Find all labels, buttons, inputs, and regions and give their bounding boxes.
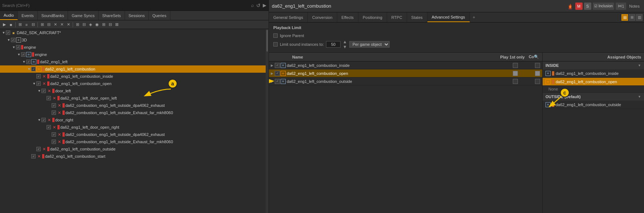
- toolbar-misc3-btn[interactable]: ◈: [88, 22, 93, 28]
- tree-item-engine-folder[interactable]: ▼ engine: [0, 44, 266, 51]
- tree-item-combustion[interactable]: ▼ ≋ da62_eng1_left_combustion: [0, 65, 266, 73]
- tree-check-exhaust-far2[interactable]: [52, 140, 56, 144]
- tab-soundbanks[interactable]: SoundBanks: [38, 11, 68, 20]
- blend-row-open[interactable]: ▶ ≋ da62_eng1_left_combustion_open: [269, 69, 542, 77]
- ignore-parent-checkbox[interactable]: [273, 33, 278, 38]
- blend-co-cb-outside[interactable]: [535, 79, 540, 84]
- toolbar-x2-btn[interactable]: ✕: [59, 22, 65, 28]
- tree-check-exhaust-far[interactable]: [52, 110, 56, 115]
- toolbar-misc7-btn[interactable]: ⊠: [114, 22, 120, 28]
- tab-audio[interactable]: Audio: [0, 11, 18, 20]
- toolbar-misc5-btn[interactable]: ⊞: [101, 22, 106, 28]
- tree-item-door-open-left[interactable]: ▼ ✕ da62_eng1_left_door_open_left: [0, 95, 266, 102]
- tree-item-door-right[interactable]: ▼ ✕ door_right: [0, 116, 266, 124]
- blend-co-cb-inside[interactable]: [535, 63, 540, 68]
- toolbar-x3-btn[interactable]: ✕: [65, 22, 71, 28]
- outside-section-header[interactable]: OUTSIDE (Default) ▼: [543, 93, 644, 101]
- tab-advanced-settings[interactable]: Advanced Settings: [427, 12, 470, 22]
- tree-item-door-open-right[interactable]: ▼ ✕ da62_eng1_left_door_open_right: [0, 124, 266, 131]
- view-btn3[interactable]: ▥: [636, 14, 643, 21]
- blend-check-inside[interactable]: [275, 63, 280, 68]
- tree-check-combustion[interactable]: [31, 67, 36, 71]
- tree-check-door-open-left[interactable]: [47, 96, 51, 100]
- search-input[interactable]: [2, 3, 249, 8]
- toolbar-list2-btn[interactable]: ⊟: [30, 22, 36, 28]
- tree-check-combustion-outside[interactable]: [36, 147, 41, 151]
- tree-item-dpa4062-exhaust2[interactable]: ▼ ✕ da62_combustion_eng1_left_outside_dp…: [0, 131, 266, 138]
- solo-button[interactable]: S: [584, 3, 591, 10]
- tree-check-door-open-right[interactable]: [47, 125, 51, 129]
- tree-item-exhaust-far2[interactable]: ▼ ✕ da62_combustion_eng1_left_outside_Ex…: [0, 138, 266, 145]
- tree-item-combustion-open[interactable]: ▼ ✕ da62_eng1_left_combustion_open: [0, 80, 266, 87]
- tab-conversion[interactable]: Conversion: [308, 12, 337, 22]
- blend-row-outside[interactable]: ▶ ✕ da62_eng1_left_combustion_outside: [269, 77, 542, 85]
- tree-check-combustion-inside[interactable]: [36, 74, 41, 79]
- tree-check-dpa4062-2[interactable]: [52, 132, 56, 137]
- tab-events[interactable]: Events: [18, 11, 38, 20]
- tree-item-combustion-start[interactable]: ▼ ✕ da62_eng1_left_combustion_start: [0, 153, 266, 160]
- tree-check-eng1-left[interactable]: [26, 60, 31, 64]
- blend-row-inside[interactable]: ▶ ✕ da62_eng1_left_combustion_inside: [269, 61, 542, 69]
- toolbar-misc2-btn[interactable]: ⊟: [81, 22, 87, 28]
- view-btn1[interactable]: ▤: [621, 14, 628, 21]
- toolbar-collapse-btn[interactable]: ⊟: [46, 22, 52, 28]
- tab-game-syncs[interactable]: Game Syncs: [68, 11, 98, 20]
- tab-queries[interactable]: Queries: [149, 11, 170, 20]
- inside-section-header[interactable]: INSIDE ▼: [543, 61, 644, 69]
- tree-item-dpa4062-exhaust[interactable]: ▼ ✕ da62_combustion_eng1_left_outside_dp…: [0, 102, 266, 109]
- blend-expand-outside[interactable]: ▶: [269, 80, 275, 83]
- toolbar-misc1-btn[interactable]: ⊞: [75, 22, 80, 28]
- tree-check-combustion-start[interactable]: [31, 154, 36, 158]
- inclusion-button[interactable]: ☑ Inclusion: [593, 3, 614, 10]
- expand-icon[interactable]: ▶: [263, 3, 266, 8]
- tab-sharesets[interactable]: ShareSets: [98, 11, 125, 20]
- tree-item-eng1-left[interactable]: ▼ ≋ da62_eng1_left: [0, 58, 266, 65]
- assigned-item-outside[interactable]: ✕ da62_eng1_left_combustion_outside: [543, 101, 644, 109]
- tab-states[interactable]: States: [407, 12, 427, 22]
- limit-instances-checkbox[interactable]: [273, 42, 278, 47]
- notes-button[interactable]: Notes: [628, 3, 641, 10]
- tab-positioning[interactable]: Positioning: [358, 12, 387, 22]
- view-btn2[interactable]: ⊞: [629, 14, 635, 21]
- tree-item-engine-blend[interactable]: ▼ ≋ engine: [0, 51, 266, 58]
- blend-check-open[interactable]: [275, 71, 280, 76]
- refresh-icon[interactable]: ↺: [256, 3, 261, 8]
- toolbar-expand-all-btn[interactable]: ⊞: [39, 22, 45, 28]
- blend-play1st-open[interactable]: [513, 71, 518, 76]
- tree-item-exhaust-far[interactable]: ▼ ✕ da62_combustion_eng1_left_outside_Ex…: [0, 109, 266, 116]
- tree-check-dpa4062[interactable]: [52, 103, 56, 108]
- tab-rtpc[interactable]: RTPC: [387, 12, 407, 22]
- tab-sessions[interactable]: Sessions: [125, 11, 149, 20]
- tree-scrollbar[interactable]: [266, 29, 269, 213]
- search-icon[interactable]: ⌕: [251, 3, 254, 8]
- assigned-item-open[interactable]: ≋ da62_eng1_left_combustion_open: [543, 78, 644, 86]
- toolbar-misc6-btn[interactable]: ⊟: [107, 22, 113, 28]
- blend-play1st-outside[interactable]: [513, 79, 518, 84]
- tree-check-root[interactable]: [6, 31, 10, 35]
- mute-button[interactable]: M: [575, 3, 583, 10]
- tree-check-combustion-open[interactable]: [36, 81, 41, 86]
- assigned-item-inside[interactable]: ✕ da62_eng1_left_combustion_inside: [543, 69, 644, 77]
- tree-check-engine-blend[interactable]: [21, 52, 25, 57]
- tree-check-door-right[interactable]: [41, 118, 46, 122]
- toolbar-play-btn[interactable]: ▶: [1, 22, 7, 28]
- tab-effects[interactable]: Effects: [337, 12, 358, 22]
- toolbar-misc4-btn[interactable]: ◉: [94, 22, 100, 28]
- per-game-object-dropdown[interactable]: Per game object: [349, 41, 390, 48]
- tree-item-combustion-outside[interactable]: ▼ ✕ da62_eng1_left_combustion_outside: [0, 145, 266, 153]
- blend-check-outside[interactable]: [275, 79, 280, 84]
- tree-item-root[interactable]: ▼ ■ DA62_SDK_AIRCRAFT*: [0, 29, 266, 36]
- blend-expand-open[interactable]: ▶: [269, 72, 275, 75]
- link-button[interactable]: ⋈ 1: [616, 3, 626, 10]
- tree-check-engine-folder[interactable]: [16, 45, 20, 49]
- tree-item-door-left[interactable]: ▼ ✕ door_left: [0, 87, 266, 95]
- tab-general-settings[interactable]: General Settings: [269, 12, 308, 22]
- tree-check-3d[interactable]: [11, 38, 15, 42]
- toolbar-x1-btn[interactable]: ✕: [52, 22, 58, 28]
- blend-co-cb-open[interactable]: [535, 71, 540, 76]
- toolbar-list-btn[interactable]: ≡: [24, 22, 29, 28]
- add-tab-button[interactable]: +: [470, 12, 478, 22]
- limit-instances-input[interactable]: [326, 41, 341, 48]
- tree-item-combustion-inside[interactable]: ▼ ✕ da62_eng1_left_combustion_inside: [0, 73, 266, 80]
- blend-play1st-inside[interactable]: [513, 63, 518, 68]
